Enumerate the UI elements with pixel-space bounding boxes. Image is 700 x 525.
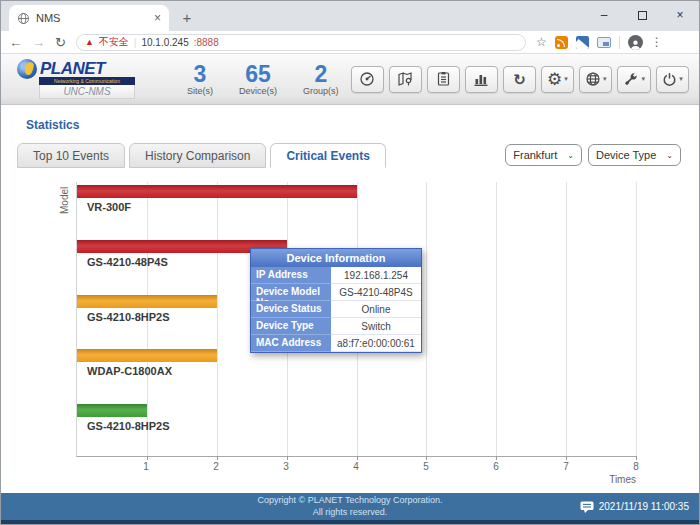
planet-logo-tagline: Networking & Communication [39,77,135,85]
critical-events-chart: Model VR-300FGS-4210-48P4SGS-4210-8HP2SW… [1,172,699,490]
main-content: Statistics Top 10 Events History Compari… [1,105,699,493]
maintenance-button[interactable]: ▾ [617,66,651,93]
tab-history-comparison[interactable]: History Comparison [129,143,266,168]
tick-mark [287,456,288,460]
site-filter-value: Frankfurt [513,149,557,161]
tooltip-row-model: Device Model No. GS-4210-48P4S [251,284,421,301]
report-icon [436,71,451,87]
x-axis-label: Times [76,474,636,485]
url-input[interactable]: ▲ 不安全 | 10.1.0.245:8888 [76,34,526,51]
report-button[interactable] [427,66,460,93]
summary-counters: 3 Site(s) 65 Device(s) 2 Group(s) [187,62,339,96]
minimize-button[interactable]: – [585,1,623,29]
tooltip-value: 192.168.1.254 [331,267,421,284]
refresh-button[interactable]: ↻ [503,66,536,93]
app-footer: Copyright © PLANET Technology Corporatio… [1,493,699,520]
tooltip-value: Online [331,301,421,318]
chart-bar-group: GS-4210-8HP2S [77,401,636,456]
sites-counter[interactable]: 3 Site(s) [187,62,213,96]
browser-tab-nms[interactable]: NMS × [9,5,169,31]
tooltip-label: Device Status [251,301,331,318]
copyright-line1: Copyright © PLANET Technology Corporatio… [258,495,443,506]
close-tab-icon[interactable]: × [154,11,161,25]
page-title: Statistics [1,105,699,132]
tick-mark [147,456,148,460]
globe-favicon-icon [17,12,30,25]
picture-in-picture-extension-icon[interactable] [597,37,611,48]
url-host: 10.1.0.245 [141,37,188,48]
refresh-icon: ↻ [513,72,526,87]
reload-icon[interactable]: ↻ [55,36,66,49]
browser-menu-icon[interactable]: ⋮ [651,35,663,49]
tooltip-label: MAC Address [251,335,331,352]
power-button[interactable]: ▾ [656,66,689,93]
tick-mark [566,456,567,460]
chevron-down-icon: ▾ [641,75,645,83]
forward-icon[interactable]: → [32,36,45,49]
close-window-button[interactable]: × [661,1,699,29]
chevron-down-icon: ⌄ [666,151,673,160]
bar-category-label: VR-300F [87,201,636,213]
gridline [636,182,637,456]
device-type-filter-select[interactable]: Device Type ⌄ [588,144,681,166]
device-information-tooltip: Device Information IP Address 192.168.1.… [250,248,422,353]
tabs-row: Top 10 Events History Comparison Critica… [17,142,681,168]
bar-gs-4210-8hp2s[interactable] [77,295,217,308]
copyright-line2: All rights reserved. [313,507,388,518]
rss-extension-icon[interactable] [555,36,568,49]
y-axis-label: Model [59,187,70,214]
bar-wdap-c1800ax[interactable] [77,349,217,362]
tooltip-value: Switch [331,318,421,335]
tab-title: NMS [36,12,148,24]
tooltip-row-status: Device Status Online [251,301,421,318]
app-header: PLANET Networking & Communication UNC-NM… [1,54,699,105]
tick-mark [636,456,637,460]
window-bottom-edge [1,520,699,525]
tick-mark [426,456,427,460]
security-warning-icon: ▲ [85,37,94,47]
site-filter-select[interactable]: Frankfurt ⌄ [505,144,582,166]
address-bar: ← → ↻ ▲ 不安全 | 10.1.0.245:8888 ☆ ⋮ [1,31,699,54]
url-port: :8888 [194,37,219,48]
planet-globe-icon [17,59,37,79]
chart-bar-group: WDAP-C1800AX [77,346,636,401]
tooltip-label: Device Model No. [251,284,331,301]
statistics-button[interactable] [465,66,498,93]
power-icon [662,72,677,87]
global-button[interactable]: ▾ [579,66,613,93]
groups-counter[interactable]: 2 Group(s) [303,62,339,96]
maximize-button[interactable] [623,1,661,29]
new-tab-button[interactable]: + [175,5,199,29]
profile-avatar[interactable] [628,35,643,50]
settings-button[interactable]: ⚙ ▾ [541,66,574,93]
topology-map-button[interactable] [389,66,422,93]
chat-message-icon[interactable] [580,501,594,513]
bar-vr-300f[interactable] [77,185,357,198]
global-icon [585,71,601,87]
tab-critical-events[interactable]: Critical Events [270,143,385,168]
tooltip-title: Device Information [251,249,421,267]
maximize-icon [638,11,647,20]
tooltip-value: a8:f7:e0:00:00:61 [331,335,421,352]
omnibox-divider: | [134,37,137,48]
bookmark-star-icon[interactable]: ☆ [536,35,547,49]
back-icon[interactable]: ← [9,36,22,49]
topology-map-icon [397,71,413,87]
chevron-down-icon: ⌄ [567,151,574,160]
x-tick-label: 3 [283,461,289,472]
tick-mark [496,456,497,460]
tab-top-10-events[interactable]: Top 10 Events [17,143,125,168]
bar-category-label: GS-4210-8HP2S [87,420,636,432]
address-bar-actions: ☆ ⋮ [536,35,663,50]
devices-counter[interactable]: 65 Device(s) [239,62,277,96]
window-controls: – × [585,1,699,29]
x-tick-label: 1 [143,461,149,472]
system-timestamp: 2021/11/19 11:00:35 [599,501,689,512]
security-warning-text: 不安全 [99,35,129,49]
groups-count: 2 [303,62,339,86]
dashboard-button[interactable] [351,66,384,93]
tooltip-value: GS-4210-48P4S [331,284,421,301]
bar-gs-4210-8hp2s[interactable] [77,404,147,417]
tick-mark [357,456,358,460]
screenshot-extension-icon[interactable] [576,36,589,49]
